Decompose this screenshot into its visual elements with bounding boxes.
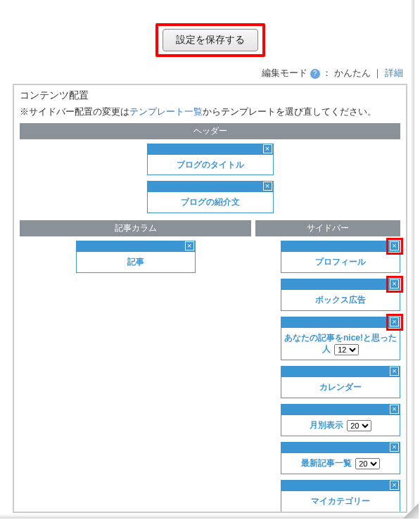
widget-sidebar_widgets-3[interactable]: ×カレンダー <box>281 366 400 398</box>
widget-body: ブログのタイトル <box>147 155 274 176</box>
section-sidebar: サイドバー <box>255 220 400 236</box>
close-icon[interactable]: × <box>263 144 272 153</box>
sidebar-widget-area: ×プロフィール×ボックス広告×あなたの記事をnice!と思った人 12×カレンダ… <box>255 241 400 513</box>
widget-sidebar_widgets-5[interactable]: ×最新記事一覧 20 <box>281 442 400 474</box>
widget-body: プロフィール <box>281 252 400 273</box>
widget-topbar: × <box>281 404 400 415</box>
close-icon[interactable]: × <box>185 241 194 251</box>
widget-topbar: × <box>281 241 400 252</box>
widget-topbar: × <box>281 442 400 453</box>
widget-sidebar_widgets-0[interactable]: ×プロフィール <box>281 241 400 273</box>
widget-label: プロフィール <box>315 257 366 267</box>
widget-body: カレンダー <box>281 377 400 398</box>
mode-sep: ｜ <box>373 68 382 78</box>
widget-sidebar_widgets-6[interactable]: ×マイカテゴリー <box>281 480 400 512</box>
widget-article_widgets-0[interactable]: ×記事 <box>76 241 196 273</box>
widget-label: ブログのタイトル <box>177 160 244 170</box>
widget-topbar: × <box>281 480 400 491</box>
header-widget-area: ×ブログのタイトル×ブログの紹介文 <box>20 144 400 214</box>
close-icon[interactable]: × <box>390 405 399 414</box>
template-list-link[interactable]: テンプレート一覧 <box>129 106 203 117</box>
widget-label: 月別表示 <box>310 420 343 430</box>
widget-topbar: × <box>147 181 274 192</box>
widget-body: ボックス広告 <box>281 290 400 311</box>
widget-topbar: × <box>76 241 196 252</box>
close-icon[interactable]: × <box>390 443 399 452</box>
mode-easy: かんたん <box>334 68 371 78</box>
mode-label: 編集モード <box>262 68 307 78</box>
widget-count-select[interactable]: 20 <box>347 420 371 431</box>
widget-body: 最新記事一覧 20 <box>281 453 400 474</box>
widget-label: 最新記事一覧 <box>301 458 352 468</box>
widget-sidebar_widgets-4[interactable]: ×月別表示 20 <box>281 404 400 436</box>
widget-header_widgets-1[interactable]: ×ブログの紹介文 <box>147 181 274 213</box>
panel-title: コンテンツ配置 <box>20 89 400 102</box>
widget-topbar: × <box>147 144 274 155</box>
widget-header_widgets-0[interactable]: ×ブログのタイトル <box>147 144 274 176</box>
widget-body: 記事 <box>76 252 196 273</box>
close-icon[interactable]: × <box>263 182 272 191</box>
widget-count-select[interactable]: 12 <box>334 344 359 355</box>
save-highlight: 設定を保存する <box>155 23 265 57</box>
widget-sidebar_widgets-2[interactable]: ×あなたの記事をnice!と思った人 12 <box>281 317 400 361</box>
widget-count-select[interactable]: 20 <box>355 458 380 469</box>
note-after: からテンプレートを選び直してください。 <box>203 106 376 117</box>
widget-body: 月別表示 20 <box>281 415 400 436</box>
widget-topbar: × <box>281 279 400 290</box>
widget-label: ボックス広告 <box>315 295 366 305</box>
widget-body: あなたの記事をnice!と思った人 12 <box>281 328 400 361</box>
save-button[interactable]: 設定を保存する <box>163 29 258 51</box>
section-article: 記事カラム <box>20 220 251 236</box>
page-shadow <box>0 514 414 519</box>
close-icon[interactable]: × <box>390 367 399 376</box>
page-shadow <box>410 0 414 514</box>
panel-note: ※サイドバー配置の変更はテンプレート一覧からテンプレートを選び直してください。 <box>20 105 400 119</box>
content-layout-panel: コンテンツ配置 ※サイドバー配置の変更はテンプレート一覧からテンプレートを選び直… <box>13 84 407 513</box>
widget-body: マイカテゴリー <box>281 491 400 512</box>
section-header: ヘッダー <box>20 123 400 139</box>
widget-label: 記事 <box>127 257 144 267</box>
article-widget-area: ×記事 <box>20 241 251 273</box>
edit-mode-row: 編集モード ? ： かんたん ｜ 詳細 <box>13 64 407 84</box>
widget-topbar: × <box>281 317 400 328</box>
widget-label: カレンダー <box>319 382 362 392</box>
widget-label: ブログの紹介文 <box>181 197 240 207</box>
help-icon[interactable]: ? <box>310 69 320 79</box>
close-icon[interactable]: × <box>390 241 399 251</box>
mode-colon: ： <box>322 68 331 78</box>
mode-detail-link[interactable]: 詳細 <box>385 68 403 78</box>
close-icon[interactable]: × <box>390 481 399 490</box>
widget-body: ブログの紹介文 <box>147 192 274 213</box>
close-icon[interactable]: × <box>390 317 399 326</box>
close-icon[interactable]: × <box>390 279 399 288</box>
note-before: ※サイドバー配置の変更は <box>20 106 129 117</box>
widget-sidebar_widgets-1[interactable]: ×ボックス広告 <box>281 279 400 311</box>
widget-topbar: × <box>281 366 400 377</box>
widget-label: マイカテゴリー <box>311 496 370 506</box>
